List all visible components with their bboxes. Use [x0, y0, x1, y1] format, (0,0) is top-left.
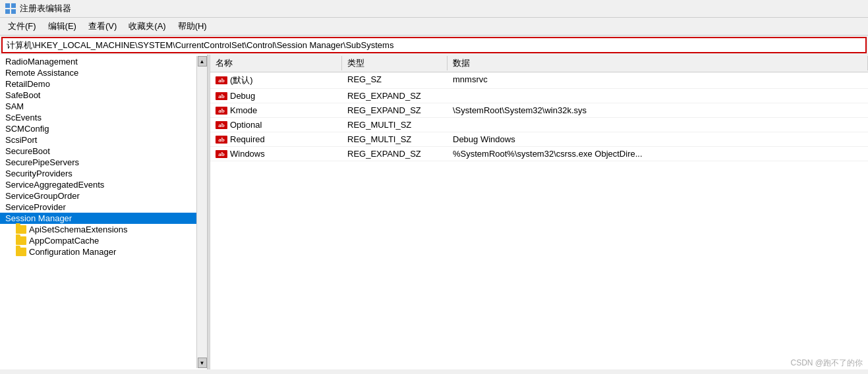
tree-item-apisetschemaextensions[interactable]: ApiSetSchemaExtensions — [0, 224, 196, 235]
reg-data-optional — [448, 119, 868, 131]
reg-name-kmode: ab Kmode — [210, 104, 342, 117]
col-header-name[interactable]: 名称 — [210, 56, 342, 70]
ab-icon: ab — [216, 92, 227, 100]
reg-type-kmode: REG_EXPAND_SZ — [342, 104, 448, 117]
registry-header: 名称 类型 数据 — [210, 55, 868, 72]
tree-item-sam[interactable]: SAM — [0, 101, 196, 112]
svg-rect-3 — [11, 9, 16, 14]
tree-item-label: ApiSetSchemaExtensions — [29, 225, 128, 234]
reg-data-windows: %SystemRoot%\system32\csrss.exe ObjectDi… — [448, 147, 868, 160]
menu-view[interactable]: 查看(V) — [83, 19, 122, 34]
folder-icon — [16, 236, 26, 245]
tree-item-retaildemo[interactable]: RetailDemo — [0, 78, 196, 90]
tree-item-securityproviders[interactable]: SecurityProviders — [0, 168, 196, 179]
tree-item-session-manager[interactable]: Session Manager — [0, 213, 196, 224]
main-content: RadioManagement Remote Assistance Retail… — [0, 55, 868, 369]
col-header-data[interactable]: 数据 — [448, 56, 868, 70]
menu-help[interactable]: 帮助(H) — [173, 19, 212, 34]
tree-item-label: Configuration Manager — [29, 247, 116, 257]
ab-icon: ab — [216, 76, 227, 84]
tree-item-scsiport[interactable]: ScsiPort — [0, 134, 196, 146]
ab-icon: ab — [216, 150, 227, 158]
watermark: CSDN @跑不了的你 — [790, 358, 863, 369]
menu-favorites[interactable]: 收藏夹(A) — [123, 19, 171, 34]
tree-item-safeboot[interactable]: SafeBoot — [0, 90, 196, 101]
reg-type-required: REG_MULTI_SZ — [342, 133, 448, 146]
menu-edit[interactable]: 编辑(E) — [43, 19, 82, 34]
svg-rect-1 — [11, 3, 16, 8]
reg-data-debug — [448, 90, 868, 102]
tree-item-remote-assistance[interactable]: Remote Assistance — [0, 67, 196, 78]
folder-icon — [16, 225, 26, 234]
tree-item-label: AppCompatCache — [29, 236, 99, 246]
tree-item-scevents[interactable]: ScEvents — [0, 112, 196, 123]
registry-row-optional[interactable]: ab Optional REG_MULTI_SZ — [210, 118, 868, 132]
reg-name-required: ab Required — [210, 133, 342, 146]
title-bar: 注册表编辑器 — [0, 0, 868, 18]
tree-item-configuration-manager[interactable]: Configuration Manager — [0, 246, 196, 257]
svg-rect-2 — [5, 9, 10, 14]
menu-bar: 文件(F) 编辑(E) 查看(V) 收藏夹(A) 帮助(H) — [0, 18, 868, 36]
col-header-type[interactable]: 类型 — [342, 56, 448, 70]
scroll-up-arrow[interactable]: ▲ — [198, 56, 207, 67]
tree-list: RadioManagement Remote Assistance Retail… — [0, 56, 196, 368]
address-bar[interactable] — [1, 37, 867, 53]
registry-panel: 名称 类型 数据 ab (默认) REG_SZ mnmsrvc ab Debug… — [210, 55, 868, 369]
svg-rect-0 — [5, 3, 10, 8]
registry-row-kmode[interactable]: ab Kmode REG_EXPAND_SZ \SystemRoot\Syste… — [210, 103, 868, 118]
reg-name-debug: ab Debug — [210, 90, 342, 102]
tree-item-secureboot[interactable]: SecureBoot — [0, 146, 196, 157]
tree-item-serviceprovider[interactable]: ServiceProvider — [0, 201, 196, 213]
ab-icon: ab — [216, 136, 227, 144]
window-title: 注册表编辑器 — [20, 3, 71, 14]
ab-icon: ab — [216, 107, 227, 115]
ab-icon: ab — [216, 121, 227, 129]
registry-row-debug[interactable]: ab Debug REG_EXPAND_SZ — [210, 89, 868, 103]
folder-icon — [16, 248, 26, 256]
registry-row-default[interactable]: ab (默认) REG_SZ mnmsrvc — [210, 72, 868, 89]
reg-data-required: Debug Windows — [448, 133, 868, 146]
registry-row-required[interactable]: ab Required REG_MULTI_SZ Debug Windows — [210, 132, 868, 147]
app-icon — [5, 3, 16, 14]
reg-type-windows: REG_EXPAND_SZ — [342, 147, 448, 160]
reg-type-default: REG_SZ — [342, 73, 448, 88]
reg-type-debug: REG_EXPAND_SZ — [342, 90, 448, 102]
scroll-down-arrow[interactable]: ▼ — [198, 358, 207, 368]
reg-name-default: ab (默认) — [210, 73, 342, 88]
reg-name-windows: ab Windows — [210, 147, 342, 160]
reg-type-optional: REG_MULTI_SZ — [342, 119, 448, 131]
menu-file[interactable]: 文件(F) — [3, 19, 42, 34]
reg-data-kmode: \SystemRoot\System32\win32k.sys — [448, 104, 868, 117]
tree-item-scmconfig[interactable]: SCMConfig — [0, 123, 196, 134]
tree-item-radiomanagement[interactable]: RadioManagement — [0, 56, 196, 67]
reg-name-optional: ab Optional — [210, 119, 342, 131]
tree-item-securepipeservers[interactable]: SecurePipeServers — [0, 157, 196, 168]
registry-row-windows[interactable]: ab Windows REG_EXPAND_SZ %SystemRoot%\sy… — [210, 147, 868, 161]
tree-panel: RadioManagement Remote Assistance Retail… — [0, 55, 208, 369]
tree-item-servicegrouporder[interactable]: ServiceGroupOrder — [0, 190, 196, 201]
tree-scrollbar[interactable]: ▲ ▼ — [196, 56, 207, 368]
tree-item-serviceaggregatedevents[interactable]: ServiceAggregatedEvents — [0, 179, 196, 190]
reg-data-default: mnmsrvc — [448, 73, 868, 88]
tree-item-appcompatchache[interactable]: AppCompatCache — [0, 235, 196, 246]
